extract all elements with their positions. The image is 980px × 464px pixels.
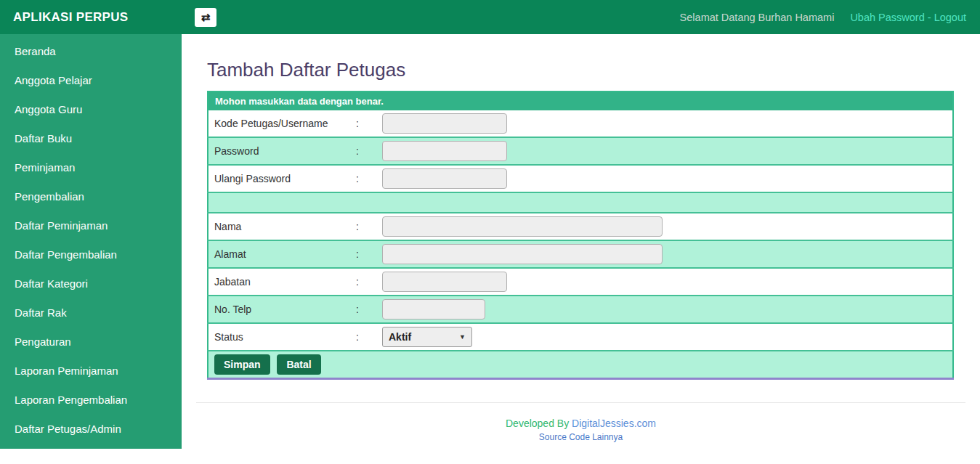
form-area: Tambah Daftar Petugas Mohon masukkan dat…	[196, 59, 965, 380]
form-row-jabatan: Jabatan :	[208, 268, 953, 296]
sidebar-item-label: Peminjaman	[15, 161, 75, 174]
footer: Developed By DigitalJessies.com Source C…	[196, 402, 965, 442]
form-row-ulangi-password: Ulangi Password :	[208, 165, 953, 192]
sidebar: Beranda Anggota Pelajar Anggota Guru Daf…	[0, 34, 182, 449]
sidebar-item-label: Anggota Guru	[15, 103, 82, 115]
colon-separator: :	[350, 165, 376, 192]
source-code-link[interactable]: Source Code Lainnya	[539, 432, 623, 442]
footer-source: Source Code Lainnya	[196, 432, 965, 442]
ubah-password-link[interactable]: Ubah Password	[850, 12, 924, 23]
form-header-row: Mohon masukkan data dengan benar.	[208, 91, 953, 110]
colon-separator: :	[350, 137, 376, 165]
sidebar-item-label: Beranda	[15, 45, 56, 57]
sidebar-item-peminjaman[interactable]: Peminjaman	[0, 152, 182, 182]
exchange-arrows-icon: ⇄	[201, 12, 211, 23]
sidebar-item-label: Pengembalian	[15, 190, 84, 203]
sidebar-item-label: Pengaturan	[15, 335, 71, 348]
form-row-password: Password :	[208, 137, 953, 165]
welcome-text: Selamat Datang Burhan Hamami	[680, 12, 835, 23]
sidebar-item-label: Daftar Peminjaman	[15, 219, 108, 232]
colon-separator: :	[350, 296, 376, 323]
footer-credit: Developed By DigitalJessies.com	[196, 418, 965, 429]
sidebar-item-label: Anggota Pelajar	[15, 74, 92, 86]
field-label: Alamat	[208, 240, 350, 268]
field-label: Nama	[208, 213, 350, 240]
sidebar-item-anggota-pelajar[interactable]: Anggota Pelajar	[0, 65, 182, 94]
sidebar-item-pengembalian[interactable]: Pengembalian	[0, 182, 182, 211]
sidebar-item-label: Daftar Rak	[15, 306, 67, 319]
sidebar-item-daftar-peminjaman[interactable]: Daftar Peminjaman	[0, 211, 182, 240]
form-row-status: Status : Aktif ▼	[208, 323, 953, 351]
main-content: Tambah Daftar Petugas Mohon masukkan dat…	[182, 34, 980, 464]
field-label: Password	[208, 137, 350, 165]
kode-petugas-input[interactable]	[382, 113, 507, 134]
sidebar-item-daftar-petugas-admin[interactable]: Daftar Petugas/Admin	[0, 414, 182, 443]
colon-separator: :	[350, 110, 376, 137]
form-header: Mohon masukkan data dengan benar.	[208, 91, 953, 110]
sidebar-item-label: Laporan Peminjaman	[15, 365, 118, 377]
colon-separator: :	[350, 240, 376, 268]
colon-separator: :	[350, 268, 376, 296]
field-label: Kode Petugas/Username	[208, 110, 350, 137]
sidebar-toggle-button[interactable]: ⇄	[195, 8, 216, 27]
field-label: Status	[208, 323, 350, 351]
sidebar-item-label: Daftar Pengembalian	[15, 248, 117, 261]
sidebar-item-label: Daftar Buku	[15, 132, 72, 145]
status-select[interactable]: Aktif	[382, 327, 472, 347]
password-input[interactable]	[382, 141, 507, 161]
simpan-button[interactable]: Simpan	[214, 354, 270, 375]
sidebar-item-beranda[interactable]: Beranda	[0, 36, 182, 65]
app-brand: APLIKASI PERPUS	[0, 10, 182, 25]
sidebar-item-label: Daftar Kategori	[15, 277, 88, 290]
field-label: No. Telp	[208, 296, 350, 323]
logout-link[interactable]: Logout	[934, 12, 966, 23]
sidebar-item-label: Laporan Pengembalian	[15, 394, 127, 406]
nama-input[interactable]	[382, 216, 663, 237]
topbar: APLIKASI PERPUS ⇄ Selamat Datang Burhan …	[0, 0, 980, 34]
no-telp-input[interactable]	[382, 299, 485, 319]
topbar-right: Selamat Datang Burhan Hamami Ubah Passwo…	[680, 12, 980, 23]
colon-separator: :	[350, 323, 376, 351]
field-label: Ulangi Password	[208, 165, 350, 192]
sidebar-item-label: Daftar Petugas/Admin	[15, 423, 121, 435]
account-links: Ubah Password - Logout	[850, 12, 966, 23]
developed-by-text: Developed By	[506, 418, 572, 429]
ulangi-password-input[interactable]	[382, 168, 507, 189]
sidebar-item-daftar-pengembalian[interactable]: Daftar Pengembalian	[0, 240, 182, 269]
form-row-kode-petugas: Kode Petugas/Username :	[208, 110, 953, 137]
sidebar-item-laporan-pengembalian[interactable]: Laporan Pengembalian	[0, 385, 182, 414]
form-row-no-telp: No. Telp :	[208, 296, 953, 323]
sidebar-item-anggota-guru[interactable]: Anggota Guru	[0, 94, 182, 123]
link-separator: -	[925, 12, 934, 23]
status-select-wrap: Aktif ▼	[382, 327, 472, 347]
form-actions-row: Simpan Batal	[208, 351, 953, 379]
sidebar-item-daftar-buku[interactable]: Daftar Buku	[0, 123, 182, 152]
form-row-alamat: Alamat :	[208, 240, 953, 268]
jabatan-input[interactable]	[382, 272, 507, 292]
alamat-input[interactable]	[382, 244, 663, 264]
form-row-nama: Nama :	[208, 213, 953, 240]
sidebar-item-pengaturan[interactable]: Pengaturan	[0, 327, 182, 356]
developer-link[interactable]: DigitalJessies.com	[572, 418, 656, 429]
sidebar-item-daftar-kategori[interactable]: Daftar Kategori	[0, 269, 182, 298]
petugas-form-table: Mohon masukkan data dengan benar. Kode P…	[207, 91, 954, 380]
field-label: Jabatan	[208, 268, 350, 296]
page-title: Tambah Daftar Petugas	[207, 59, 955, 81]
spacer-row	[208, 192, 953, 213]
sidebar-item-daftar-rak[interactable]: Daftar Rak	[0, 298, 182, 327]
sidebar-item-laporan-peminjaman[interactable]: Laporan Peminjaman	[0, 356, 182, 385]
batal-button[interactable]: Batal	[277, 354, 320, 375]
colon-separator: :	[350, 213, 376, 240]
